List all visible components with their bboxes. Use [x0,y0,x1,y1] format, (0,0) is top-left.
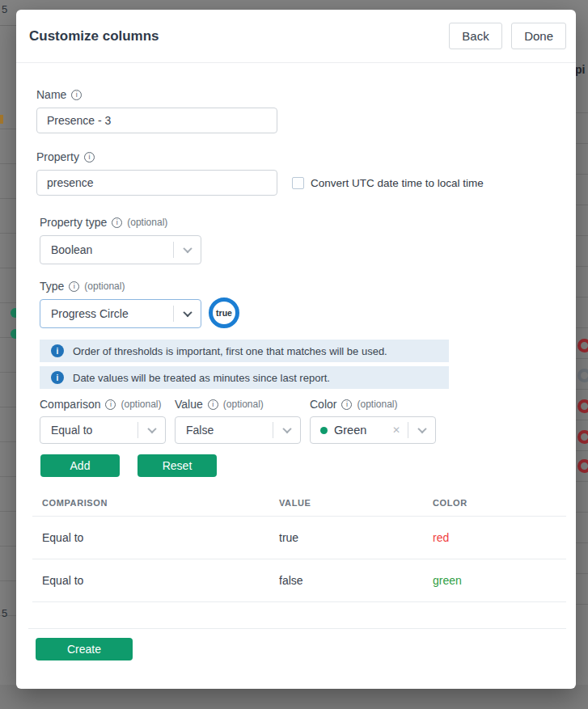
property-type-select[interactable]: Boolean [40,235,201,264]
convert-utc-checkbox[interactable] [292,177,304,189]
background-warning-mark [0,115,3,124]
optional-hint: (optional) [127,217,167,228]
back-button[interactable]: Back [449,23,501,49]
progress-circle-preview: true [209,298,239,328]
progress-circle-value: true [216,308,232,318]
info-icon[interactable] [71,90,82,100]
value-select[interactable]: False [175,416,301,444]
thresholds-table: COMPARISON VALUE COLOR Equal to true red… [32,490,566,602]
type-label-text: Type [40,280,64,293]
background-column-header: pi [575,63,585,76]
background-gray-status-ring [577,369,588,382]
chevron-down-icon[interactable] [174,247,201,253]
chevron-down-icon[interactable] [408,427,435,433]
convert-utc-label: Convert UTC date time to local time [311,177,484,189]
modal-header: Customize columns Back Done [16,10,576,63]
info-icon[interactable] [208,399,218,410]
comparison-select-value: Equal to [40,424,137,437]
banner-text: Order of thresholds is important, first … [73,345,387,357]
info-icon[interactable] [84,152,95,162]
value-select-value: False [176,424,273,437]
row-value: false [279,574,433,587]
value-label: Value (optional) [175,397,301,411]
type-select[interactable]: Progress Circle [40,299,201,328]
table-divider [32,601,566,602]
info-icon [51,371,64,384]
screen: 5 5 pi Customize columns Back Done Name [0,0,588,709]
reset-button[interactable]: Reset [137,454,217,477]
table-header-comparison: COMPARISON [42,498,279,508]
customize-columns-modal: Customize columns Back Done Name Propert… [16,10,576,689]
chevron-down-icon[interactable] [174,310,201,317]
row-color: green [433,574,566,587]
table-header-value: VALUE [279,498,433,508]
name-input[interactable] [36,108,277,133]
banner-text: Date values will be treated as minutes s… [73,372,330,384]
row-comparison: Equal to [42,574,279,587]
color-select[interactable]: Green [310,416,436,444]
comparison-select[interactable]: Equal to [40,416,166,444]
property-label: Property [36,150,563,164]
info-icon[interactable] [112,217,122,228]
name-label-text: Name [36,88,66,101]
property-label-text: Property [36,150,79,163]
table-row[interactable]: Equal to true red [32,517,566,559]
create-button[interactable]: Create [36,638,133,660]
color-label-text: Color [310,398,336,411]
optional-hint: (optional) [121,399,161,410]
header-buttons: Back Done [443,23,566,49]
info-banner-date-values: Date values will be treated as minutes s… [40,366,449,389]
green-color-dot [320,427,328,434]
optional-hint: (optional) [357,399,397,410]
comparison-label: Comparison (optional) [40,397,166,411]
row-color: red [433,531,566,544]
clear-icon[interactable] [391,424,408,436]
optional-hint: (optional) [84,281,125,292]
background-red-status-ring [577,430,588,444]
comparison-label-text: Comparison [40,398,100,411]
type-select-value: Progress Circle [40,307,173,320]
type-label: Type (optional) [40,279,563,293]
optional-hint: (optional) [223,399,264,410]
value-label-text: Value [175,398,203,411]
page-title: Customize columns [29,28,159,44]
background-divider [0,25,16,26]
color-label: Color (optional) [310,397,436,411]
chevron-down-icon[interactable] [138,427,165,433]
table-header-color: COLOR [433,498,566,508]
info-banner-thresholds-order: Order of thresholds is important, first … [40,340,449,362]
table-row[interactable]: Equal to false green [32,559,566,601]
color-select-value: Green [334,424,391,437]
row-comparison: Equal to [42,531,279,544]
property-input[interactable] [36,170,277,196]
background-red-status-ring [577,399,588,413]
background-row-number: 5 [2,3,7,15]
info-icon[interactable] [69,281,79,292]
name-label: Name [36,87,563,102]
property-type-label: Property type (optional) [40,215,563,230]
done-button[interactable]: Done [511,23,566,49]
background-red-status-ring [577,339,588,352]
convert-utc-checkbox-group[interactable]: Convert UTC date time to local time [292,177,484,189]
background-table-rows-left [0,95,16,620]
property-type-select-value: Boolean [40,243,173,256]
add-button[interactable]: Add [40,454,120,477]
footer-divider [28,628,566,629]
info-icon [51,344,64,357]
info-icon[interactable] [341,399,352,410]
property-type-label-text: Property type [40,216,107,229]
info-icon[interactable] [105,399,116,410]
row-value: true [279,531,433,544]
chevron-down-icon[interactable] [273,427,300,433]
background-red-status-ring [577,459,588,473]
table-header-row: COMPARISON VALUE COLOR [32,490,566,516]
modal-body: Name Property Convert UTC date time to l… [16,63,576,660]
